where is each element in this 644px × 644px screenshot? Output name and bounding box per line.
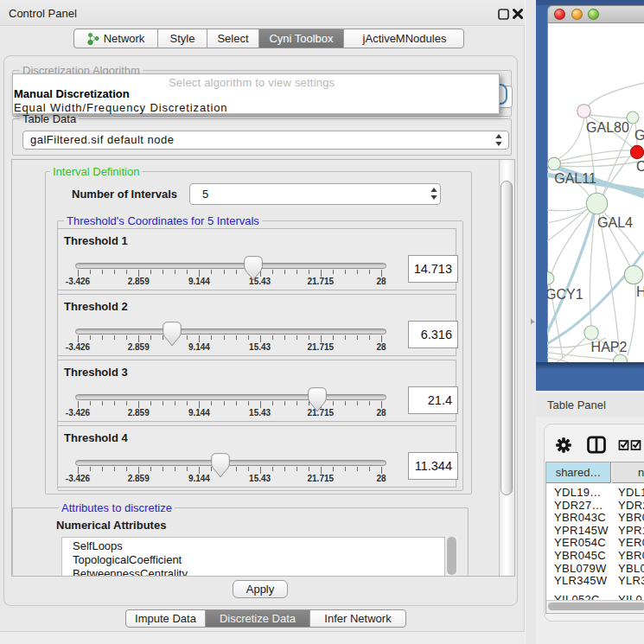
svg-text:HI: HI bbox=[636, 284, 644, 299]
svg-text:GAL80: GAL80 bbox=[586, 120, 629, 135]
svg-text:GAL4: GAL4 bbox=[597, 215, 633, 230]
svg-text:CR: CR bbox=[636, 159, 644, 174]
svg-text:GCY1: GCY1 bbox=[547, 287, 583, 302]
svg-text:GAL: GAL bbox=[634, 128, 644, 143]
svg-text:GAL11: GAL11 bbox=[554, 171, 596, 186]
svg-text:HAP2: HAP2 bbox=[591, 340, 628, 354]
